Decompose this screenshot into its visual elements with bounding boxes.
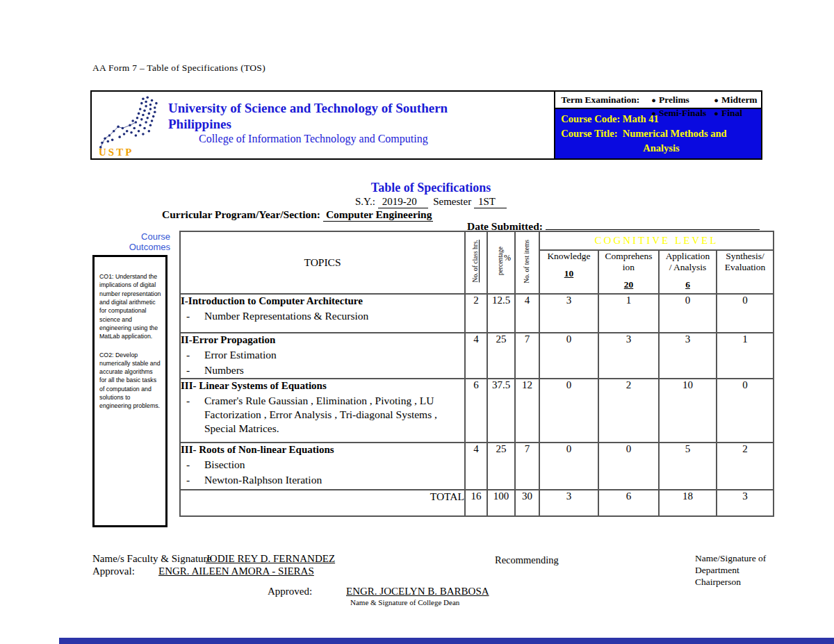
term-option-final: ●Final xyxy=(714,108,742,119)
course-outcome-1: CO1: Understand the implications of digi… xyxy=(99,272,161,341)
test-items-value: 7 xyxy=(515,443,539,490)
table-row: III- Roots of Non-linear Equations -Bise… xyxy=(180,443,774,490)
course-outcomes-label: Course Outcomes xyxy=(103,232,170,253)
form-label: AA Form 7 – Table of Specifications (TOS… xyxy=(92,63,265,74)
dash-marker: - xyxy=(181,348,204,362)
faculty-signature-label: Name/s Faculty & Signature xyxy=(92,553,211,565)
knowledge-value: 3 xyxy=(539,294,598,333)
letterhead-box: USTP University of Science and Technolog… xyxy=(90,90,762,160)
application-value: 5 xyxy=(659,443,717,490)
synthesis-value: 0 xyxy=(717,379,774,443)
bottom-blue-bar xyxy=(59,638,834,644)
bullet-icon: ● xyxy=(651,109,656,117)
synthesis-value: 0 xyxy=(717,294,774,333)
topic-cell: III- Roots of Non-linear Equations -Bise… xyxy=(180,443,465,490)
topic-title: II-Error Propagation xyxy=(181,333,464,347)
application-analysis-column-header: Application/ Analysis6 xyxy=(659,250,717,294)
test-items-value: 12 xyxy=(515,379,539,443)
program-label: Curricular Program/Year/Section: xyxy=(162,208,320,220)
topic-cell: II-Error Propagation -Error Estimation -… xyxy=(180,333,465,379)
class-hours-value: 4 xyxy=(465,443,487,490)
semester-label: Semester xyxy=(433,196,471,207)
total-label: TOTAL xyxy=(180,490,465,516)
total-application: 18 xyxy=(659,490,717,516)
course-title-value-line2: Analysis xyxy=(643,141,755,156)
dean-signature-caption: Name & Signature of College Dean xyxy=(350,598,459,606)
test-items-value: 4 xyxy=(515,294,539,333)
dean-name: ENGR. JOCELYN B. BARBOSA xyxy=(346,586,489,597)
bullet-icon: ● xyxy=(714,109,719,117)
comprehension-value: 1 xyxy=(598,294,659,333)
date-submitted-blank-line xyxy=(546,220,760,230)
dash-marker: - xyxy=(181,363,204,377)
topic-title: I-Introduction to Computer Architecture xyxy=(181,295,464,308)
dash-marker: - xyxy=(181,458,204,472)
total-test-items: 30 xyxy=(515,490,539,516)
approved-label: Approved: xyxy=(268,586,312,597)
faculty-name: JODIE REY D. FERNANDEZ xyxy=(206,553,335,565)
recommending-label: Recommending xyxy=(495,554,559,566)
total-class-hours: 16 xyxy=(465,490,487,516)
knowledge-column-header: Knowledge10 xyxy=(539,250,598,294)
chairperson-signature-label: Name/Signature of Department Chairperson xyxy=(695,553,777,588)
table-row: III- Linear Systems of Equations -Cramer… xyxy=(180,379,774,443)
semester-value: 1ST xyxy=(474,196,507,208)
dash-marker: - xyxy=(181,394,204,436)
application-value: 0 xyxy=(659,294,717,333)
term-option-midterm: ●Midterm xyxy=(714,94,757,106)
letterhead-right: Term Examination: ●Prelims ●Midterm ●Sem… xyxy=(554,92,761,158)
course-title-line: Course Title: Numerical Methods and xyxy=(561,126,755,141)
knowledge-value: 0 xyxy=(539,443,598,490)
course-code-label: Course Code: xyxy=(561,113,620,124)
specifications-table: TOPICS No. of class hrs. percentage% No.… xyxy=(179,231,774,517)
college-name: College of Information Technology and Co… xyxy=(199,133,448,145)
course-outcome-2: CO2: Develop numerically stable and accu… xyxy=(99,351,161,411)
application-value: 3 xyxy=(659,333,717,379)
class-hours-column-header: No. of class hrs. xyxy=(465,231,487,294)
course-title-label: Course Title: xyxy=(561,128,617,139)
dash-marker: - xyxy=(181,309,204,323)
sy-label: S.Y.: xyxy=(355,196,375,207)
comprehension-value: 2 xyxy=(598,379,659,443)
document-title: Table of Specifications xyxy=(167,181,695,195)
subtopic: -Bisection xyxy=(181,458,464,472)
table-row: II-Error Propagation -Error Estimation -… xyxy=(180,333,774,379)
percent-symbol: % xyxy=(504,253,511,263)
topics-column-header: TOPICS xyxy=(180,231,465,294)
test-items-column-header: No. of test items xyxy=(515,231,539,294)
total-knowledge: 3 xyxy=(539,490,598,516)
letterhead-left: USTP University of Science and Technolog… xyxy=(92,92,554,158)
percentage-column-header: percentage% xyxy=(487,231,515,294)
university-name-line2: Philippines xyxy=(168,116,448,132)
synthesis-evaluation-column-header: Synthesis/ Evaluation xyxy=(717,250,774,294)
percentage-value: 12.5 xyxy=(487,294,515,333)
course-title-value-line1: Numerical Methods and xyxy=(623,128,727,139)
course-outcomes-box: CO1: Understand the implications of digi… xyxy=(92,255,167,527)
subtopic: -Error Estimation xyxy=(181,348,464,362)
comprehension-value: 0 xyxy=(598,443,659,490)
table-row: I-Introduction to Computer Architecture … xyxy=(180,294,774,333)
subtopic: -Numbers xyxy=(181,363,464,377)
subtopic: -Cramer's Rule Gaussian , Elimination , … xyxy=(181,394,464,436)
total-row: TOTAL 16 100 30 3 6 18 3 xyxy=(180,490,774,516)
approval-name: ENGR. AILEEN AMORA - SIERAS xyxy=(158,565,314,577)
class-hours-value: 6 xyxy=(465,379,487,443)
cognitive-level-header: COGNITIVE LEVEL xyxy=(539,231,774,250)
total-synthesis: 3 xyxy=(717,490,774,516)
class-hours-value: 4 xyxy=(465,333,487,379)
class-hours-value: 2 xyxy=(465,294,487,333)
term-option-prelims: ●Prelims xyxy=(651,94,689,106)
ustp-logo: USTP xyxy=(97,94,164,158)
ustp-logo-dots xyxy=(97,94,164,149)
school-year-line: S.Y.: 2019-20 Semester 1ST xyxy=(167,196,695,208)
percentage-value: 37.5 xyxy=(487,379,515,443)
total-percentage: 100 xyxy=(487,490,515,516)
knowledge-value: 0 xyxy=(539,333,598,379)
bullet-icon: ● xyxy=(714,96,719,104)
program-value: Computer Engineering xyxy=(323,208,434,222)
topic-cell: III- Linear Systems of Equations -Cramer… xyxy=(180,379,465,443)
total-comprehension: 6 xyxy=(598,490,659,516)
comprehension-value: 3 xyxy=(598,333,659,379)
test-items-value: 7 xyxy=(515,333,539,379)
topic-title: III- Linear Systems of Equations xyxy=(181,379,464,393)
